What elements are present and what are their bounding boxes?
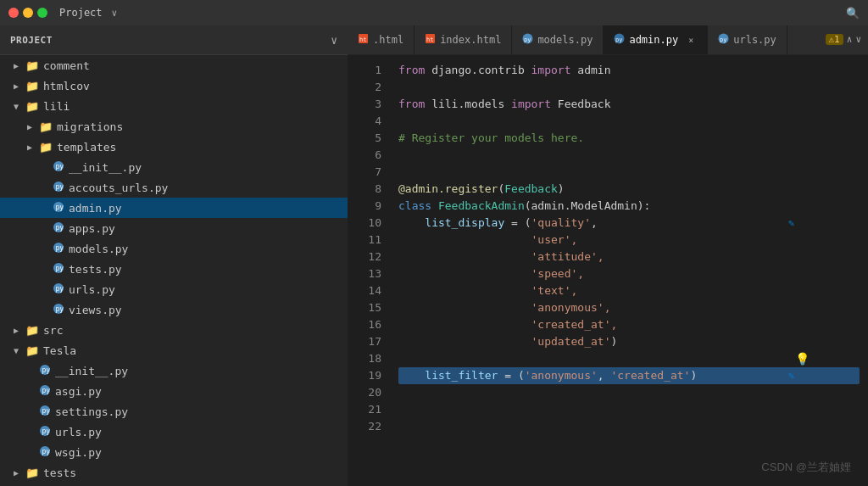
python-file-icon: py — [39, 364, 51, 378]
title-bar: Project ∨ 🔍 — [0, 0, 868, 25]
python-file-icon: py — [53, 181, 64, 195]
code-line: 'speed', — [398, 265, 860, 282]
folder-icon: 📁 — [39, 141, 53, 154]
window-controls[interactable] — [8, 8, 47, 18]
sidebar-item-lili-init[interactable]: py__init__.py — [0, 157, 348, 177]
svg-text:py: py — [524, 36, 531, 42]
code-line: 'text', — [398, 282, 860, 299]
folder-icon: 📁 — [25, 80, 39, 92]
python-icon: py — [718, 33, 729, 47]
file-label: templates — [57, 141, 348, 154]
chevron-down-icon[interactable]: ∨ — [331, 34, 337, 47]
folder-icon: 📁 — [25, 324, 39, 337]
svg-text:py: py — [56, 244, 64, 252]
tab-index-html-tab[interactable]: htindex.html — [415, 25, 512, 54]
tab-label: urls.py — [733, 34, 776, 46]
chevron-down-icon[interactable]: ∨ — [112, 8, 118, 19]
line-number: 21 — [348, 401, 381, 418]
python-icon: py — [614, 33, 625, 47]
line-number: 22 — [348, 418, 381, 435]
sidebar-item-tests[interactable]: pytests.py — [0, 259, 348, 279]
svg-text:py: py — [42, 427, 51, 435]
tab-admin-py-tab[interactable]: pyadmin.py× — [604, 25, 708, 54]
file-label: htmlcov — [43, 80, 348, 92]
code-line — [398, 418, 860, 435]
folder-icon: 📁 — [25, 59, 39, 72]
sidebar-item-urls-lili[interactable]: pyurls.py — [0, 279, 348, 299]
code-line: list_filter = ('anonymous', 'created_at'… — [398, 367, 860, 384]
bulb-icon[interactable]: 💡 — [795, 350, 810, 367]
code-line: 'attitude', — [398, 249, 860, 265]
python-icon: py — [522, 33, 533, 47]
code-line — [398, 401, 860, 418]
sidebar-item-src[interactable]: 📁src — [0, 320, 348, 340]
tab-close-button[interactable]: × — [685, 36, 697, 45]
file-label: accouts_urls.py — [69, 182, 348, 194]
caret-down-icon[interactable]: ∨ — [855, 34, 861, 45]
code-line: 'updated_at') — [398, 333, 860, 350]
code-line — [398, 147, 860, 164]
sidebar-item-asgi[interactable]: pyasgi.py — [0, 381, 348, 401]
sidebar-item-comment[interactable]: 📁comment — [0, 55, 348, 75]
line-number: 19 — [348, 367, 381, 384]
minimize-button[interactable] — [23, 8, 33, 18]
sidebar-item-lili[interactable]: 📁lili — [0, 96, 348, 116]
svg-text:py: py — [42, 387, 51, 394]
warning-badge[interactable]: ⚠1 — [826, 34, 843, 45]
file-label: __init__.py — [69, 161, 348, 174]
sidebar-item-tests-folder[interactable]: 📁tests — [0, 462, 348, 483]
sidebar-item-Tesla[interactable]: 📁Tesla — [0, 340, 348, 360]
sidebar-item-tesla-init[interactable]: py__init__.py — [0, 360, 348, 381]
code-area: 12345678910111213141516171819202122 from… — [348, 55, 868, 486]
sidebar-item-wsgi[interactable]: pywsgi.py — [0, 442, 348, 462]
sidebar-item-views[interactable]: pyviews.py — [0, 299, 348, 320]
file-label: Tesla — [43, 344, 348, 357]
tab-urls-py-tab[interactable]: pyurls.py — [708, 25, 787, 54]
sidebar-item-migrations[interactable]: 📁migrations — [0, 116, 348, 137]
html-icon: ht — [358, 33, 369, 47]
code-line: 'created_at', — [398, 316, 860, 333]
code-line: class FeedbackAdmin(admin.ModelAdmin): — [398, 198, 860, 215]
sidebar-item-urls-tesla[interactable]: pyurls.py — [0, 422, 348, 442]
line-number: 3 — [348, 96, 381, 113]
file-label: comment — [43, 59, 348, 72]
sidebar-item-templates[interactable]: 📁templates — [0, 137, 348, 157]
tab-label: models.py — [537, 34, 593, 46]
sidebar-item-htmlcov[interactable]: 📁htmlcov — [0, 75, 348, 96]
code-editor[interactable]: from django.contrib import admin from li… — [390, 55, 868, 486]
sidebar-item-settings[interactable]: pysettings.py — [0, 401, 348, 422]
python-file-icon: py — [53, 242, 64, 256]
folder-icon: 📁 — [25, 100, 39, 113]
maximize-button[interactable] — [37, 8, 47, 18]
caret-up-icon[interactable]: ∧ — [847, 34, 853, 45]
code-line: from lili.models import Feedback — [398, 96, 860, 113]
svg-text:py: py — [615, 36, 622, 43]
html-icon: ht — [425, 33, 436, 47]
expand-arrow — [27, 122, 39, 131]
svg-text:py: py — [56, 285, 64, 293]
file-label: apps.py — [69, 222, 348, 235]
close-button[interactable] — [8, 8, 19, 18]
svg-text:py: py — [42, 448, 51, 455]
sidebar-item-coverage[interactable]: 📄.coverage — [0, 483, 348, 486]
sidebar-item-apps[interactable]: pyapps.py — [0, 218, 348, 238]
search-icon[interactable]: 🔍 — [846, 7, 860, 20]
svg-text:ht: ht — [359, 36, 366, 43]
file-label: migrations — [57, 120, 348, 133]
python-file-icon: py — [53, 221, 64, 236]
file-label: tests.py — [69, 263, 348, 276]
tab-label: index.html — [440, 34, 501, 46]
svg-text:py: py — [720, 36, 726, 42]
sidebar-item-admin[interactable]: pyadmin.py — [0, 198, 348, 218]
folder-icon: 📁 — [39, 120, 53, 133]
tab-html-tab[interactable]: ht.html — [348, 25, 415, 54]
expand-arrow — [14, 468, 25, 478]
line-number: 6 — [348, 147, 381, 164]
sidebar-item-models[interactable]: pymodels.py — [0, 238, 348, 259]
sidebar-item-accouts_urls[interactable]: pyaccouts_urls.py — [0, 177, 348, 198]
file-label: urls.py — [55, 426, 348, 439]
sidebar: Project ∨ 📁comment📁htmlcov📁lili📁migratio… — [0, 25, 348, 486]
line-number: 15 — [348, 299, 381, 316]
code-line: list_display = ('quality',✎ — [398, 215, 860, 232]
tab-models-py-tab[interactable]: pymodels.py — [512, 25, 604, 54]
